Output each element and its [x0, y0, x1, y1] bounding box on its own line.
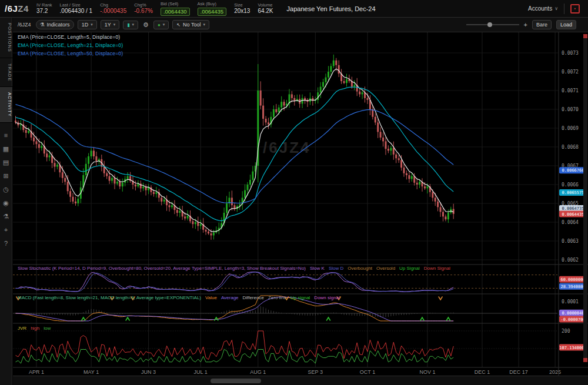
caret-down-icon: ▾ — [203, 22, 205, 27]
stat-chg: Chg -.0000435 — [100, 2, 126, 15]
stat-ask: Ask (Buy) .0064435 — [198, 1, 227, 15]
timeframe-dropdown[interactable]: 1D ▾ — [78, 20, 97, 29]
svg-text:0.0069: 0.0069 — [562, 126, 579, 131]
scroll-up-button[interactable] — [583, 34, 587, 38]
indicators-button[interactable]: ⚗ Indicators — [36, 20, 74, 29]
symbol-title: /6JZ4 — [5, 4, 29, 14]
svg-text:0.0001: 0.0001 — [562, 299, 579, 304]
load-button[interactable]: Load — [556, 20, 576, 29]
alert-icon[interactable]: ▪ — [570, 4, 580, 14]
svg-text:0.0070: 0.0070 — [562, 107, 579, 112]
svg-text:107.1340000: 107.1340000 — [559, 346, 586, 350]
svg-text:AUG 1: AUG 1 — [250, 369, 266, 375]
indicators-label: Indicators — [47, 22, 70, 28]
accounts-dropdown[interactable]: Accounts ∨ — [528, 5, 558, 12]
help-icon[interactable]: ? — [0, 240, 12, 247]
settings-button[interactable]: ⚙ — [142, 21, 150, 29]
chart-area: APR 1MAY 1JUN 3JUL 1AUG 1SEP 3OCT 1NOV 1… — [13, 32, 588, 376]
svg-text:200: 200 — [562, 329, 570, 334]
sidebar-tab-trade[interactable]: TRADE — [0, 58, 12, 87]
bottom-scroll-area — [13, 376, 588, 385]
sidebar-tab-positions[interactable]: POSITIONS — [0, 18, 12, 58]
symbol-suffix: Z4 — [18, 4, 29, 14]
header-right: Accounts ∨ ▪ — [528, 4, 583, 14]
svg-text:0.0072: 0.0072 — [562, 69, 579, 75]
svg-text:0.0066: 0.0066 — [562, 182, 579, 188]
svg-text:DEC 17: DEC 17 — [509, 369, 528, 375]
svg-text:APR 1: APR 1 — [29, 369, 44, 375]
cursor-icon: ↖ — [176, 22, 181, 28]
stat-value: -.0000435 — [100, 8, 126, 15]
price-chart[interactable]: APR 1MAY 1JUN 3JUL 1AUG 1SEP 3OCT 1NOV 1… — [13, 32, 588, 376]
stat-iv-rank: IV Rank 37.2 — [36, 2, 52, 15]
bid-button[interactable]: .0064430 — [161, 8, 190, 16]
divider — [564, 4, 564, 14]
svg-text:0.0064435: 0.0064435 — [562, 212, 584, 217]
chart-symbol-label: /6JZ4 — [18, 22, 31, 28]
stat-label: Last / Size — [60, 2, 93, 8]
zoom-in-button[interactable]: + — [524, 21, 527, 28]
news-icon[interactable]: ▤ — [0, 159, 12, 166]
grid-icon[interactable]: ▦ — [0, 146, 12, 152]
svg-text:JUN 3: JUN 3 — [141, 369, 156, 375]
scroll-down-button[interactable] — [583, 358, 587, 362]
timeframe-value: 1D — [82, 22, 89, 28]
drawing-color-icon: ● — [158, 22, 161, 28]
svg-text:OCT 1: OCT 1 — [360, 369, 375, 375]
stat-value: -0.67% — [134, 8, 153, 15]
horizontal-scrollbar-handle[interactable] — [211, 379, 261, 383]
svg-text:NOV 1: NOV 1 — [419, 369, 435, 375]
contract-description: Japanese Yen Futures, Dec-24 — [287, 5, 376, 12]
svg-text:0.0068: 0.0068 — [562, 145, 579, 150]
zoom-slider[interactable] — [466, 21, 519, 28]
zoom-slider-track — [466, 24, 519, 25]
drawings-dropdown[interactable]: ● ▾ — [153, 21, 169, 29]
stat-label: Chg — [100, 2, 126, 8]
vertical-scrollbar[interactable] — [583, 34, 587, 362]
flask-icon[interactable]: ⚗ — [0, 213, 12, 220]
scanner-icon[interactable]: ◉ — [0, 200, 12, 206]
alert-glyph: ▪ — [574, 6, 576, 11]
caret-down-icon: ▾ — [132, 22, 135, 27]
stat-size: Size 20x13 — [234, 2, 250, 15]
range-value: 1Y — [105, 22, 111, 28]
svg-text:DEC 1: DEC 1 — [475, 369, 490, 375]
caret-down-icon: ▾ — [113, 22, 116, 27]
stat-volume: Volume 64.2K — [258, 2, 273, 15]
sidebar-tab-activity[interactable]: ACTIVITY — [0, 87, 12, 123]
stat-label: IV Rank — [36, 2, 52, 8]
range-dropdown[interactable]: 1Y ▾ — [101, 20, 120, 29]
bare-button[interactable]: Bare — [532, 20, 552, 29]
chart-toolbar: /6JZ4 ⚗ Indicators 1D ▾ 1Y ▾ ▮ ▾ ⚙ ● ▾ ↖… — [13, 18, 588, 32]
clock-icon[interactable]: ◷ — [0, 186, 12, 193]
chart-type-dropdown[interactable]: ▮ ▾ — [123, 21, 138, 29]
stat-value: 64.2K — [258, 8, 273, 15]
chart-window-icon[interactable]: ⊞ — [0, 173, 12, 179]
stat-label: Size — [234, 2, 250, 8]
svg-text:28.3940800: 28.3940800 — [560, 284, 585, 289]
caret-down-icon: ▾ — [163, 22, 165, 27]
svg-text:JUL 1: JUL 1 — [194, 369, 208, 375]
svg-text:-0.0000700: -0.0000700 — [560, 317, 585, 322]
caret-down-icon: ▾ — [91, 22, 93, 27]
ask-button[interactable]: .0064435 — [198, 8, 227, 16]
tool-dropdown[interactable]: ↖ No Tool ▾ — [172, 20, 209, 29]
svg-text:0.0064: 0.0064 — [562, 220, 579, 225]
symbol-root: /6J — [5, 4, 18, 14]
stat-value: 20x13 — [234, 8, 250, 15]
svg-text:MAY 1: MAY 1 — [83, 369, 99, 375]
stat-label: Volume — [258, 2, 273, 8]
svg-text:0.0062: 0.0062 — [562, 257, 579, 263]
svg-text:0.0064735: 0.0064735 — [562, 206, 584, 211]
svg-text:2025: 2025 — [549, 369, 561, 375]
trading-app: /6JZ4 IV Rank 37.2 Last / Size .0064430 … — [0, 0, 588, 385]
svg-text:/6JZ4: /6JZ4 — [263, 139, 311, 156]
flask-icon: ⚗ — [40, 22, 45, 28]
svg-text:0.0063: 0.0063 — [562, 239, 579, 244]
svg-text:0.0073: 0.0073 — [562, 51, 579, 56]
stat-value: 37.2 — [36, 8, 52, 15]
stat-label: Chg% — [134, 2, 153, 8]
zoom-slider-handle[interactable] — [487, 22, 492, 27]
watchlist-icon[interactable]: ≡ — [0, 132, 12, 139]
target-icon[interactable]: ⌖ — [0, 227, 12, 233]
